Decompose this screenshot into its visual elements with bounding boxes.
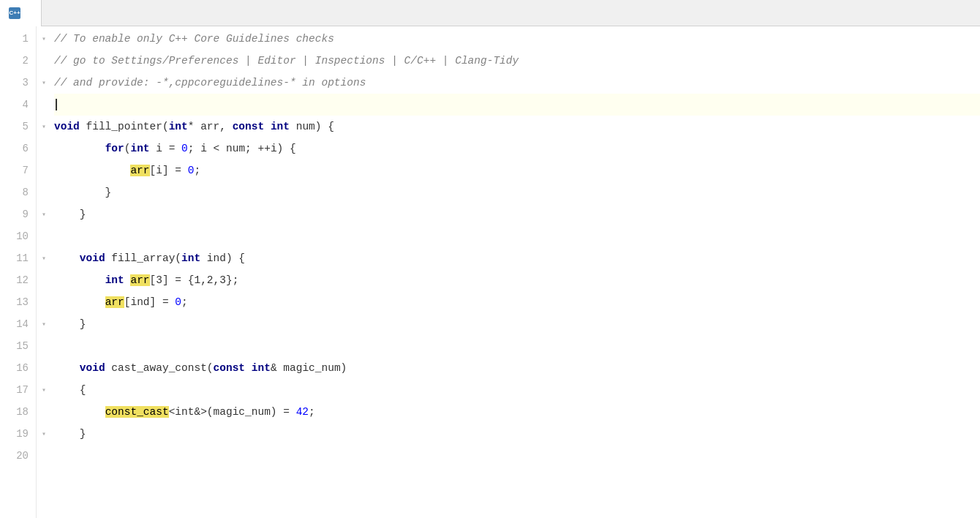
code-line: { bbox=[54, 379, 980, 401]
code-line bbox=[54, 225, 980, 247]
line-number: 3 bbox=[0, 72, 29, 94]
code-line: // and provide: -*,cppcoreguidelines-* i… bbox=[54, 72, 980, 94]
tab-bar: C++ bbox=[0, 0, 980, 26]
fold-arrow bbox=[37, 159, 51, 181]
code-area[interactable]: // To enable only C++ Core Guidelines ch… bbox=[51, 26, 980, 518]
line-number: 7 bbox=[0, 159, 29, 181]
fold-arrow bbox=[37, 138, 51, 159]
tab-close-button[interactable] bbox=[29, 12, 32, 15]
line-number: 20 bbox=[0, 445, 29, 467]
line-number: 5 bbox=[0, 116, 29, 138]
line-number: 12 bbox=[0, 269, 29, 291]
gutter: ▾▾▾▾▾▾▾▾ bbox=[37, 26, 51, 518]
fold-arrow[interactable]: ▾ bbox=[37, 28, 51, 50]
fold-arrow bbox=[37, 225, 51, 247]
line-number: 1 bbox=[0, 28, 29, 50]
fold-arrow[interactable]: ▾ bbox=[37, 379, 51, 401]
fold-arrow[interactable]: ▾ bbox=[37, 423, 51, 445]
code-line: int arr[3] = {1,2,3}; bbox=[54, 269, 980, 291]
fold-arrow[interactable]: ▾ bbox=[37, 247, 51, 269]
fold-arrow[interactable]: ▾ bbox=[37, 313, 51, 335]
code-line: void fill_array(int ind) { bbox=[54, 247, 980, 269]
code-line: } bbox=[54, 181, 980, 203]
editor-window: C++ 1234567891011121314151617181920 ▾▾▾▾… bbox=[0, 0, 980, 518]
code-line bbox=[54, 94, 980, 116]
code-line: } bbox=[54, 313, 980, 335]
line-number: 8 bbox=[0, 181, 29, 203]
line-number: 9 bbox=[0, 203, 29, 225]
fold-arrow[interactable]: ▾ bbox=[37, 203, 51, 225]
code-line bbox=[54, 335, 980, 357]
fold-arrow bbox=[37, 94, 51, 116]
line-number: 16 bbox=[0, 357, 29, 379]
line-numbers: 1234567891011121314151617181920 bbox=[0, 26, 37, 518]
line-number: 6 bbox=[0, 138, 29, 159]
code-line: } bbox=[54, 203, 980, 225]
code-line: // To enable only C++ Core Guidelines ch… bbox=[54, 28, 980, 50]
line-number: 19 bbox=[0, 423, 29, 445]
code-line: const_cast<int&>(magic_num) = 42; bbox=[54, 401, 980, 423]
editor-body: 1234567891011121314151617181920 ▾▾▾▾▾▾▾▾… bbox=[0, 26, 980, 518]
line-number: 13 bbox=[0, 291, 29, 313]
fold-arrow bbox=[37, 401, 51, 423]
code-line: arr[i] = 0; bbox=[54, 159, 980, 181]
line-number: 15 bbox=[0, 335, 29, 357]
fold-arrow bbox=[37, 335, 51, 357]
fold-arrow bbox=[37, 269, 51, 291]
fold-arrow bbox=[37, 181, 51, 203]
code-line bbox=[54, 445, 980, 467]
code-line: void fill_pointer(int* arr, const int nu… bbox=[54, 116, 980, 138]
line-number: 18 bbox=[0, 401, 29, 423]
code-line: arr[ind] = 0; bbox=[54, 291, 980, 313]
line-number: 4 bbox=[0, 94, 29, 116]
fold-arrow bbox=[37, 357, 51, 379]
line-number: 2 bbox=[0, 50, 29, 72]
file-tab[interactable]: C++ bbox=[0, 0, 42, 26]
code-line: // go to Settings/Preferences | Editor |… bbox=[54, 50, 980, 72]
fold-arrow bbox=[37, 50, 51, 72]
fold-arrow bbox=[37, 291, 51, 313]
fold-arrow bbox=[37, 445, 51, 467]
line-number: 10 bbox=[0, 225, 29, 247]
line-number: 17 bbox=[0, 379, 29, 401]
line-number: 14 bbox=[0, 313, 29, 335]
cpp-file-icon: C++ bbox=[9, 7, 20, 19]
code-line: } bbox=[54, 423, 980, 445]
fold-arrow[interactable]: ▾ bbox=[37, 72, 51, 94]
line-number: 11 bbox=[0, 247, 29, 269]
code-line: for(int i = 0; i < num; ++i) { bbox=[54, 138, 980, 159]
fold-arrow[interactable]: ▾ bbox=[37, 116, 51, 138]
code-line: void cast_away_const(const int& magic_nu… bbox=[54, 357, 980, 379]
